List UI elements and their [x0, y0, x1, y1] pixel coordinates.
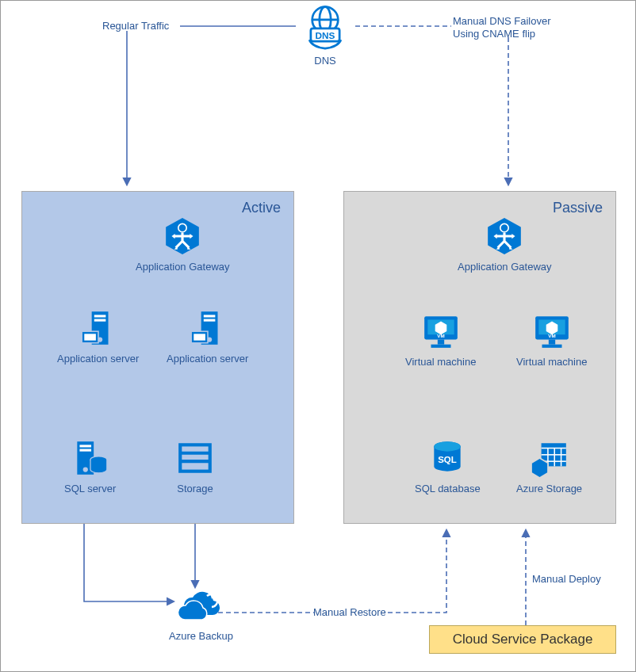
active-app-server-1: Application server: [57, 308, 139, 365]
active-storage: Storage: [175, 438, 215, 494]
azure-backup-icon: [175, 586, 226, 625]
passive-azure-storage: Azure Storage: [516, 438, 582, 494]
svg-rect-22: [193, 334, 205, 340]
svg-rect-19: [203, 319, 215, 322]
edge-failover: Manual DNS Failover Using CNAME flip: [453, 15, 551, 41]
active-sql-server-label: SQL server: [64, 483, 116, 494]
vm-icon: VM: [421, 311, 461, 351]
active-app-server-2: Application server: [167, 308, 248, 365]
app-gateway-icon: [163, 216, 202, 256]
active-app-server-2-label: Application server: [167, 353, 248, 365]
svg-marker-57: [531, 458, 548, 478]
edge-manual-deploy: Manual Deploy: [532, 573, 601, 586]
sql-database-icon: SQL: [427, 438, 467, 478]
cloud-service-package: Cloud Service Package: [429, 625, 616, 654]
azure-storage-icon: [530, 438, 569, 478]
vm-icon: VM: [532, 311, 572, 351]
passive-vm-1-label: Virtual machine: [405, 356, 476, 368]
storage-icon: [175, 438, 215, 478]
region-active-title: Active: [242, 200, 281, 216]
app-gateway-icon: [485, 216, 524, 256]
dns-label: DNS: [314, 55, 335, 67]
svg-rect-12: [94, 315, 105, 317]
active-sql-server: SQL server: [64, 438, 116, 494]
dns-node: DNS DNS: [302, 4, 348, 67]
dns-icon: DNS: [302, 4, 348, 50]
svg-rect-25: [79, 449, 91, 452]
svg-text:SQL: SQL: [439, 455, 458, 464]
architecture-diagram: DNS DNS Regular Traffic Manual DNS Failo…: [0, 0, 636, 672]
passive-vm-2-label: Virtual machine: [516, 356, 587, 368]
svg-rect-28: [180, 445, 210, 471]
svg-text:VM: VM: [437, 333, 444, 338]
azure-backup-label: Azure Backup: [169, 630, 233, 642]
passive-vm-2: VM Virtual machine: [516, 311, 587, 368]
svg-rect-24: [79, 445, 91, 447]
svg-rect-13: [94, 319, 105, 322]
svg-text:DNS: DNS: [316, 30, 335, 40]
edge-manual-restore: Manual Restore: [313, 606, 386, 619]
active-app-server-1-label: Application server: [57, 353, 139, 365]
server-icon: [188, 308, 228, 348]
svg-rect-18: [203, 315, 215, 317]
svg-text:VM: VM: [548, 333, 555, 338]
svg-rect-40: [438, 339, 444, 344]
svg-point-48: [435, 441, 461, 452]
passive-vm-1: VM Virtual machine: [405, 311, 476, 368]
active-storage-label: Storage: [177, 483, 213, 494]
svg-rect-45: [549, 339, 555, 344]
svg-point-26: [82, 467, 87, 472]
active-app-gateway-label: Application Gateway: [136, 261, 230, 273]
passive-app-gateway-label: Application Gateway: [458, 261, 552, 273]
passive-sql-database-label: SQL database: [415, 483, 481, 494]
passive-sql-database: SQL SQL database: [415, 438, 481, 494]
region-passive-title: Passive: [553, 200, 603, 216]
svg-rect-46: [542, 345, 561, 348]
svg-rect-16: [84, 334, 96, 340]
edge-regular-traffic: Regular Traffic: [102, 20, 169, 32]
passive-app-gateway: Application Gateway: [458, 216, 552, 273]
sql-server-icon: [71, 438, 110, 478]
passive-azure-storage-label: Azure Storage: [516, 483, 582, 494]
azure-backup: Azure Backup: [169, 586, 233, 642]
svg-rect-41: [431, 345, 450, 348]
active-app-gateway: Application Gateway: [136, 216, 230, 273]
server-icon: [79, 308, 118, 348]
